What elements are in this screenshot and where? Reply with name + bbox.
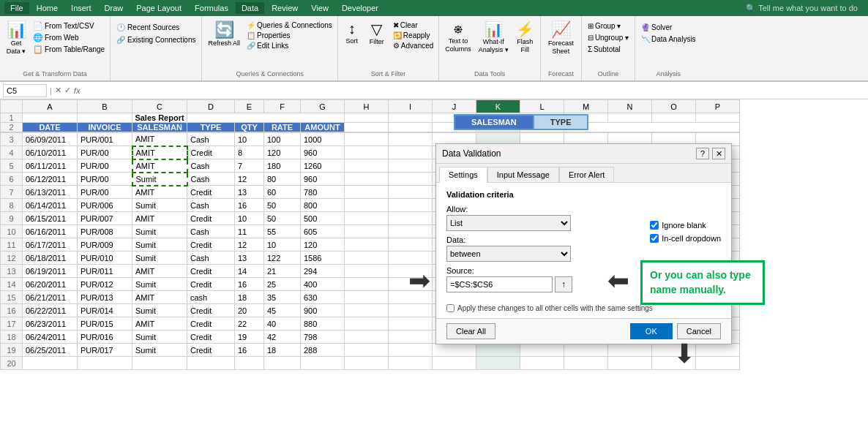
cell-row19-extra2[interactable] — [433, 344, 476, 357]
from-table-range-button[interactable]: 📋 From Table/Range — [31, 44, 107, 55]
in-cell-dropdown-checkbox[interactable] — [650, 234, 659, 243]
cell-row6-col2[interactable]: Sumit — [132, 173, 187, 186]
edit-links-button[interactable]: 🔗 Edit Links — [244, 41, 334, 50]
cell-row19-col3[interactable]: Credit — [187, 344, 235, 357]
cell-row5-col0[interactable]: 06/11/2011 — [23, 159, 78, 173]
cell-P1[interactable] — [696, 113, 740, 123]
col-header-J[interactable]: J — [433, 100, 476, 113]
cell-row9-col5[interactable]: 50 — [264, 212, 301, 225]
cell-row7-col1[interactable]: PUR/00 — [78, 186, 132, 199]
menu-insert[interactable]: Insert — [65, 2, 97, 14]
header-amount[interactable]: AMOUNT — [301, 123, 345, 132]
cell-row8-col0[interactable]: 06/14/2011 — [23, 199, 78, 212]
cell-row15-col5[interactable]: 35 — [264, 291, 301, 304]
cell-row8-col3[interactable]: Cash — [187, 199, 235, 212]
cell-row19-col0[interactable]: 06/25/2011 — [23, 344, 78, 357]
cell-row16-col6[interactable]: 900 — [301, 304, 345, 317]
cell-row9-col1[interactable]: PUR/007 — [78, 212, 132, 225]
cell-row10-col1[interactable]: PUR/008 — [78, 225, 132, 238]
cell-row13-col4[interactable]: 14 — [235, 265, 264, 278]
col-header-F[interactable]: F — [264, 100, 301, 113]
cell-row17-col2[interactable]: AMIT — [132, 317, 187, 331]
tab-settings[interactable]: Settings — [439, 167, 487, 183]
recent-sources-button[interactable]: 🕐 Recent Sources — [113, 22, 198, 33]
header-salesman[interactable]: SALESMAN — [132, 123, 187, 132]
cell-row18-extra1[interactable] — [389, 331, 433, 344]
cell-A1[interactable] — [23, 113, 78, 123]
cell-row19-col1[interactable]: PUR/017 — [78, 344, 132, 357]
ignore-blank-checkbox[interactable] — [650, 221, 659, 230]
cell-row11-col4[interactable]: 12 — [235, 238, 264, 252]
flash-fill-button[interactable]: ⚡ FlashFill — [513, 19, 537, 56]
cell-row9-col2[interactable]: AMIT — [132, 212, 187, 225]
cell-row8-extra0[interactable] — [345, 199, 389, 212]
cell-row8-col6[interactable]: 800 — [301, 199, 345, 212]
cell-row14-col4[interactable]: 16 — [235, 278, 264, 291]
cell-row13-col2[interactable]: AMIT — [132, 265, 187, 278]
cell-row7-col3[interactable]: Credit — [187, 186, 235, 199]
cell-row14-col3[interactable]: Credit — [187, 278, 235, 291]
menu-home[interactable]: Home — [31, 2, 64, 14]
cell-row19-extra1[interactable] — [389, 344, 433, 357]
cell-row18-col3[interactable]: Credit — [187, 331, 235, 344]
cell-row6-extra1[interactable] — [389, 173, 433, 186]
cell-row4-extra0[interactable] — [345, 146, 389, 159]
cell-row9-extra1[interactable] — [389, 212, 433, 225]
cell-row3-extra1[interactable] — [389, 133, 433, 146]
properties-button[interactable]: 📋 Properties — [244, 31, 334, 40]
cell-row9-col4[interactable]: 10 — [235, 212, 264, 225]
confirm-formula-icon[interactable]: ✓ — [64, 86, 71, 95]
cell-row9-col0[interactable]: 06/15/2011 — [23, 212, 78, 225]
cell-row19-col4[interactable]: 16 — [235, 344, 264, 357]
cell-row7-col4[interactable]: 13 — [235, 186, 264, 199]
cell-row7-extra1[interactable] — [389, 186, 433, 199]
cell-row16-extra1[interactable] — [389, 304, 433, 317]
cell-row3-col5[interactable]: 100 — [264, 133, 301, 146]
cell-row17-col0[interactable]: 06/23/2011 — [23, 317, 78, 331]
cell-row16-col4[interactable]: 20 — [235, 304, 264, 317]
cell-row12-col2[interactable]: Sumit — [132, 252, 187, 265]
tell-me-input[interactable]: 🔍 Tell me what you want to do — [740, 2, 864, 15]
cell-row13-extra0[interactable] — [345, 265, 389, 278]
cell-row8-extra1[interactable] — [389, 199, 433, 212]
cell-row14-col1[interactable]: PUR/012 — [78, 278, 132, 291]
cell-row19-col5[interactable]: 18 — [264, 344, 301, 357]
cell-row11-col0[interactable]: 06/17/2011 — [23, 238, 78, 252]
cell-row7-extra0[interactable] — [345, 186, 389, 199]
cell-row18-col2[interactable]: Sumit — [132, 331, 187, 344]
group-button[interactable]: ⊞ Group ▾ — [585, 20, 632, 31]
menu-draw[interactable]: Draw — [99, 2, 130, 14]
cell-row10-extra1[interactable] — [389, 225, 433, 238]
cell-row8-col2[interactable]: Sumit — [132, 199, 187, 212]
cell-row17-col5[interactable]: 40 — [264, 317, 301, 331]
cell-row11-extra0[interactable] — [345, 238, 389, 252]
ignore-blank-checkbox-row[interactable]: Ignore blank — [650, 221, 721, 230]
insert-function-icon[interactable]: fx — [74, 86, 81, 95]
header-qty[interactable]: QTY — [235, 123, 264, 132]
menu-developer[interactable]: Developer — [336, 2, 384, 14]
col-header-K[interactable]: K — [476, 100, 520, 113]
cell-row4-col0[interactable]: 06/10/2011 — [23, 146, 78, 159]
cell-row19-extra8[interactable] — [696, 344, 740, 357]
cell-H1[interactable] — [345, 113, 389, 123]
cell-row10-col0[interactable]: 06/16/2011 — [23, 225, 78, 238]
in-cell-dropdown-checkbox-row[interactable]: In-cell dropdown — [650, 234, 721, 243]
menu-review[interactable]: Review — [266, 2, 304, 14]
cell-row8-col1[interactable]: PUR/006 — [78, 199, 132, 212]
cell-row16-col0[interactable]: 06/22/2011 — [23, 304, 78, 317]
cell-row11-col2[interactable]: Sumit — [132, 238, 187, 252]
queries-connections-button[interactable]: ⚡ Queries & Connections — [244, 20, 334, 30]
cell-row3-col0[interactable]: 06/09/2011 — [23, 133, 78, 146]
cell-row4-col4[interactable]: 8 — [235, 146, 264, 159]
col-header-O[interactable]: O — [652, 100, 696, 113]
menu-data[interactable]: Data — [236, 2, 264, 14]
cell-row19-col6[interactable]: 288 — [301, 344, 345, 357]
cell-row7-col5[interactable]: 60 — [264, 186, 301, 199]
menu-formulas[interactable]: Formulas — [189, 2, 234, 14]
cell-row15-col2[interactable]: AMIT — [132, 291, 187, 304]
source-input[interactable] — [446, 276, 553, 292]
cell-row12-col3[interactable]: Cash — [187, 252, 235, 265]
cell-row16-extra0[interactable] — [345, 304, 389, 317]
col-header-E[interactable]: E — [235, 100, 264, 113]
cell-row11-col3[interactable]: Credit — [187, 238, 235, 252]
